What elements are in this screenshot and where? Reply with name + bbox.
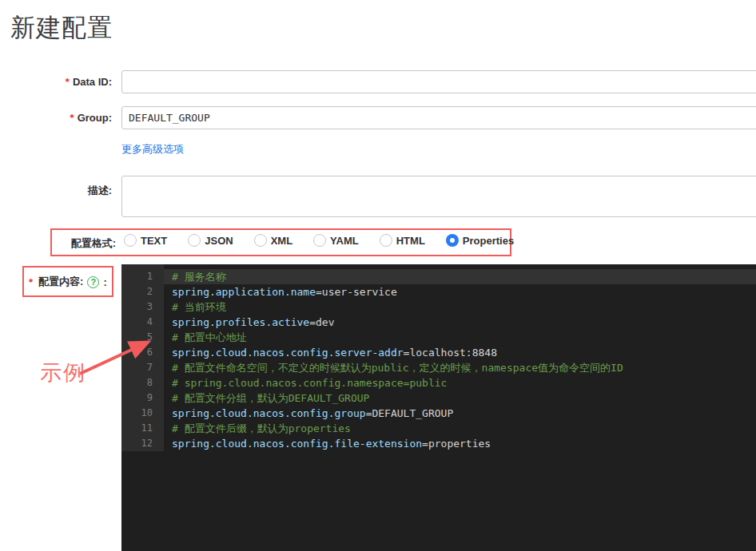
code-line: # 服务名称 bbox=[164, 269, 756, 284]
line-number: 12 bbox=[121, 436, 164, 451]
format-option-json[interactable]: JSON bbox=[188, 234, 233, 247]
format-option-label: HTML bbox=[396, 235, 425, 247]
code-line: spring.cloud.nacos.config.file-extension… bbox=[164, 436, 756, 451]
line-number: 8 bbox=[121, 375, 164, 390]
format-option-label: YAML bbox=[330, 235, 359, 247]
line-number: 11 bbox=[121, 421, 164, 436]
format-option-yaml[interactable]: YAML bbox=[313, 234, 359, 247]
description-label: 描述: bbox=[0, 184, 112, 198]
required-asterisk: * bbox=[66, 76, 70, 88]
code-line: spring.profiles.active=dev bbox=[164, 315, 756, 330]
format-option-label: XML bbox=[271, 235, 292, 247]
group-label: *Group: bbox=[0, 112, 112, 124]
data-id-label: *Data ID: bbox=[0, 76, 112, 88]
code-line: spring.cloud.nacos.config.group=DEFAULT_… bbox=[164, 406, 756, 421]
format-option-label: TEXT bbox=[141, 235, 167, 247]
format-option-xml[interactable]: XML bbox=[254, 234, 292, 247]
data-id-input[interactable] bbox=[121, 70, 756, 93]
radio-circle-icon[interactable] bbox=[124, 234, 137, 247]
example-annotation-label: 示例 bbox=[40, 359, 86, 387]
code-line: spring.application.name=user-service bbox=[164, 284, 756, 299]
page-title: 新建配置 bbox=[10, 11, 113, 45]
format-option-label: JSON bbox=[205, 235, 233, 247]
required-asterisk: * bbox=[29, 276, 33, 288]
line-number: 2 bbox=[121, 284, 164, 299]
format-radio-group: TEXTJSONXMLYAMLHTMLProperties bbox=[124, 234, 514, 247]
format-option-text[interactable]: TEXT bbox=[124, 234, 167, 247]
code-line: # 配置中心地址 bbox=[164, 330, 756, 345]
line-number: 1 bbox=[121, 269, 164, 284]
format-option-properties[interactable]: Properties bbox=[446, 234, 514, 247]
line-number: 6 bbox=[121, 345, 164, 360]
group-input[interactable] bbox=[121, 106, 756, 129]
radio-circle-icon[interactable] bbox=[254, 234, 267, 247]
line-number: 10 bbox=[121, 406, 164, 421]
config-content-editor[interactable]: 123456789101112 # 服务名称spring.application… bbox=[121, 264, 756, 551]
content-label: *配置内容: ? : bbox=[29, 275, 107, 289]
radio-circle-icon[interactable] bbox=[313, 234, 326, 247]
code-line: # 当前环境 bbox=[164, 299, 756, 315]
line-number: 4 bbox=[121, 315, 164, 330]
line-number: 9 bbox=[121, 390, 164, 406]
radio-circle-icon[interactable] bbox=[446, 234, 459, 247]
editor-code-area[interactable]: # 服务名称spring.application.name=user-servi… bbox=[164, 264, 756, 451]
help-question-icon[interactable]: ? bbox=[87, 276, 99, 288]
radio-circle-icon[interactable] bbox=[380, 234, 392, 247]
line-number: 3 bbox=[121, 299, 164, 315]
code-line: # spring.cloud.nacos.config.namespace=pu… bbox=[164, 375, 756, 390]
advanced-options-link[interactable]: 更多高级选项 bbox=[121, 142, 184, 157]
code-line: # 配置文件分组，默认为DEFAULT_GROUP bbox=[164, 390, 756, 406]
editor-line-number-gutter: 123456789101112 bbox=[121, 264, 164, 451]
required-asterisk: * bbox=[70, 112, 74, 124]
line-number: 7 bbox=[121, 360, 164, 375]
radio-circle-icon[interactable] bbox=[188, 234, 201, 247]
code-line: # 配置文件后缀，默认为properties bbox=[164, 421, 756, 436]
code-line: spring.cloud.nacos.config.server-addr=lo… bbox=[164, 345, 756, 360]
description-textarea[interactable] bbox=[121, 176, 756, 217]
format-label: 配置格式: bbox=[0, 236, 116, 251]
format-option-html[interactable]: HTML bbox=[380, 234, 425, 247]
format-option-label: Properties bbox=[463, 235, 514, 247]
code-line: # 配置文件命名空间，不定义的时候默认为public，定义的时候，namespa… bbox=[164, 360, 756, 375]
line-number: 5 bbox=[121, 330, 164, 345]
